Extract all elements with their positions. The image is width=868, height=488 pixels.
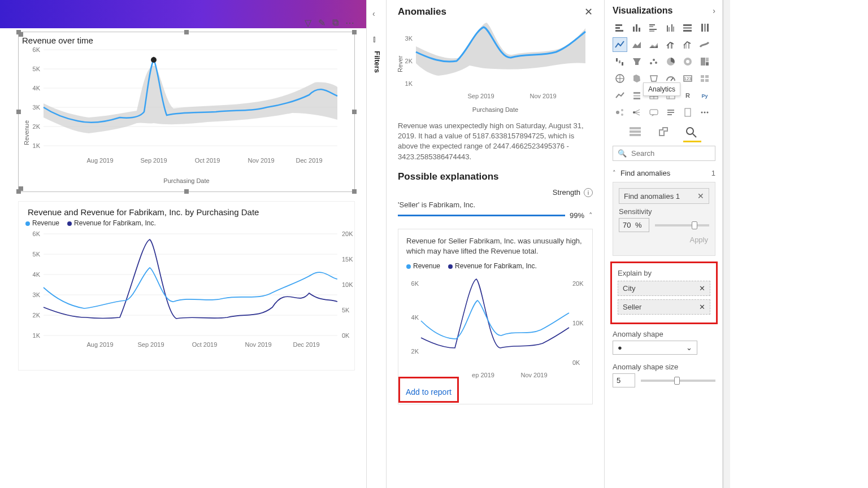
more-visuals-icon[interactable] [697,105,712,120]
find-anomalies-section[interactable]: ˄ Find anomalies 1 [613,169,715,177]
search-input[interactable] [631,149,710,158]
fields-tab-icon[interactable] [628,125,644,139]
filters-rail[interactable]: ‹ ⫿ Filters [366,0,387,488]
add-to-report-link[interactable]: Add to report [405,384,453,398]
search-box[interactable]: 🔍 [613,146,715,161]
key-influencers-icon[interactable] [613,105,627,120]
remove-pill-icon[interactable]: ✕ [697,191,704,201]
svg-rect-58 [639,28,640,32]
svg-text:Sep 2019: Sep 2019 [467,93,494,99]
line-chart-icon[interactable] [613,37,627,52]
decomposition-icon[interactable] [630,105,644,120]
explain-by-seller[interactable]: Seller ✕ [618,299,710,315]
funnel-icon[interactable] [630,54,644,69]
svg-text:Oct 2019: Oct 2019 [195,157,220,164]
svg-rect-96 [701,79,704,82]
card-icon[interactable]: 123 [680,71,695,86]
stacked-bar-icon[interactable] [613,20,627,35]
sensitivity-label: Sensitivity [619,207,709,216]
python-visual-icon[interactable]: Py [697,88,712,103]
svg-text:Sep 2019: Sep 2019 [137,341,164,348]
explain-by-block: Explain by City ✕ Seller ✕ [610,262,718,324]
chevron-up-icon[interactable]: ˄ [589,211,593,220]
svg-rect-68 [683,27,692,29]
shape-size-input[interactable]: 5 [613,373,635,387]
svg-text:5K: 5K [33,251,41,258]
svg-text:3K: 3K [33,291,41,298]
svg-rect-77 [688,43,689,49]
anom-ylabel: Rever [397,56,403,72]
svg-text:6K: 6K [33,46,41,53]
svg-rect-94 [701,75,704,78]
r-visual-icon[interactable]: R [680,88,695,103]
svg-text:123: 123 [684,76,692,81]
svg-rect-71 [704,24,706,32]
clustered-column-icon[interactable] [663,20,678,35]
apply-button[interactable]: Apply [619,236,708,244]
svg-text:0K: 0K [342,332,350,339]
clustered-bar-icon[interactable] [646,20,661,35]
treemap-icon[interactable] [697,54,712,69]
svg-point-116 [633,111,635,114]
waterfall-icon[interactable] [613,54,627,69]
kpi-icon[interactable] [613,88,627,103]
svg-rect-60 [649,26,653,27]
donut-icon[interactable] [680,54,695,69]
ribbon-chart-icon[interactable] [697,37,712,52]
scatter-icon[interactable] [646,54,661,69]
find-anomalies-label: Find anomalies [620,169,670,177]
explain-by-city[interactable]: City ✕ [618,281,710,296]
anomaly-shape-select[interactable]: ● ⌄ [613,341,697,355]
remove-city-icon[interactable]: ✕ [699,284,705,293]
pie-icon[interactable] [663,54,678,69]
analytics-tab-icon[interactable] [684,125,700,139]
chevron-left-icon[interactable]: ‹ [372,9,375,18]
svg-rect-70 [701,24,703,32]
paginated-icon[interactable] [680,105,695,120]
svg-rect-87 [701,58,705,66]
svg-text:3K: 3K [33,104,41,111]
more-options-icon[interactable]: ⋯ [345,18,354,28]
stacked-area-icon[interactable] [646,37,661,52]
slicer-icon[interactable] [630,88,644,103]
svg-text:R: R [685,92,690,99]
stacked-bar100-icon[interactable] [680,20,695,35]
explanation-mini-chart: 6K4K2K 20K10K0K ep 2019Nov 2019 [406,273,587,386]
pin-icon[interactable]: ⧉ [332,18,338,28]
svg-text:15K: 15K [342,256,353,263]
close-icon[interactable]: ✕ [584,6,593,18]
format-tab-icon[interactable] [656,125,672,139]
filled-map-icon[interactable] [630,71,644,86]
filter-icon[interactable]: ▽ [305,18,311,28]
svg-line-129 [693,134,696,137]
map-icon[interactable] [613,71,627,86]
svg-text:Py: Py [701,93,708,99]
svg-rect-100 [633,98,640,99]
find-anomalies-pill[interactable]: Find anomalies 1 ✕ [619,188,709,204]
scrollbar[interactable] [723,0,730,488]
stacked-column100-icon[interactable] [697,20,712,35]
svg-point-122 [701,112,703,114]
chart1-svg: 6K5K4K 3K2K1K Aug 2019Sep 2019 Oct 2019N… [19,46,352,177]
report-canvas[interactable]: ▽ ✎ ⧉ ⋯ Revenue over time Revenue 6 [0,0,366,488]
area-chart-icon[interactable] [630,37,644,52]
chevron-right-icon[interactable]: › [713,6,715,15]
sensitivity-input[interactable]: 70 % [619,218,649,232]
info-icon[interactable]: i [584,188,593,197]
filter-funnel-icon[interactable]: ⫿ [372,34,377,43]
shape-size-slider[interactable] [641,380,715,382]
line-clustered-icon[interactable] [680,37,695,52]
search-icon: 🔍 [618,149,627,158]
multi-card-icon[interactable] [697,71,712,86]
qa-visual-icon[interactable] [646,105,661,120]
chart-revenue-over-time[interactable]: ▽ ✎ ⧉ ⋯ Revenue over time Revenue 6 [18,32,355,192]
column-chart-icon[interactable] [630,20,644,35]
sensitivity-slider[interactable] [655,224,709,226]
narrative-icon[interactable] [663,105,678,120]
chart-revenue-fabrikam[interactable]: Revenue and Revenue for Fabrikam, Inc. b… [18,201,355,371]
remove-seller-icon[interactable]: ✕ [699,303,705,311]
explanation-factor: 'Seller' is Fabrikam, Inc. [398,201,593,209]
legend-fabrikam: Revenue for Fabrikam, Inc. [74,219,156,227]
line-column-icon[interactable] [663,37,678,52]
focus-mode-icon[interactable]: ✎ [318,18,326,28]
